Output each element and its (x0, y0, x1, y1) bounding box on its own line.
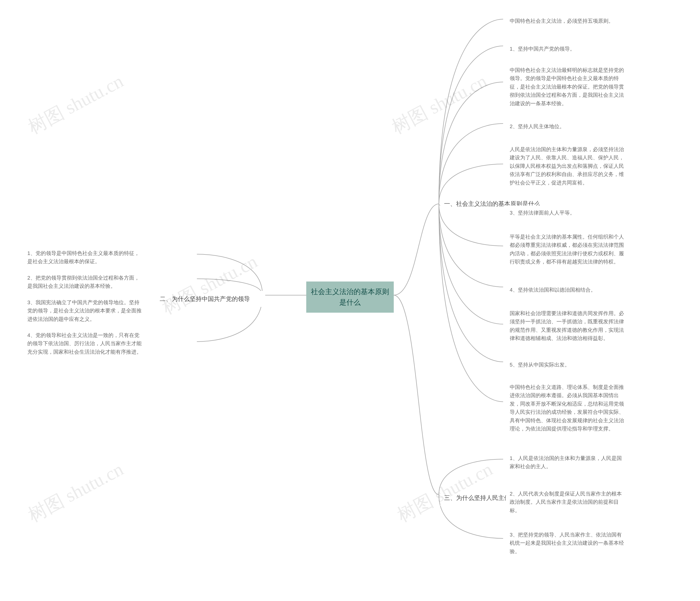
watermark-2: 树图 shutu.cn (388, 69, 491, 140)
section2-item-2[interactable]: 3、我国宪法确立了中国共产党的领导地位。坚持党的领导，是社会主义法治的根本要求，… (24, 295, 147, 326)
section3-item-2[interactable]: 3、把坚持党的领导、人民当家作主、依法治国有机统一起来是我国社会主义法治建设的一… (506, 527, 629, 559)
section1-item-10[interactable]: 中国特色社会主义道路、理论体系、制度是全面推进依法治国的根本遵循。必须从我国基本… (506, 380, 629, 436)
section1-item-8[interactable]: 国家和社会治理需要法律和道德共同发挥作用。必须坚持一手抓法治、一手抓德治，既重视… (506, 306, 629, 346)
section1-item-2[interactable]: 中国特色社会主义法治最鲜明的标志就是坚持党的领导。党的领导是中国特色社会主义最本… (506, 63, 629, 111)
section2-item-0[interactable]: 1、党的领导是中国特色社会主义最本质的特征，是社会主义法治最根本的保证。 (24, 246, 147, 269)
section1-item-3[interactable]: 2、坚持人民主体地位。 (506, 119, 629, 134)
root-title: 社会主义法治的基本原则是什么 (311, 288, 389, 306)
section3-item-1[interactable]: 2、人民代表大会制度是保证人民当家作主的根本政治制度。人民当家作主是依法治国的前… (506, 487, 629, 518)
section1-item-1[interactable]: 1、坚持中国共产党的领导。 (506, 42, 629, 56)
section1-item-7[interactable]: 4、坚持依法治国和以德治国相结合。 (506, 283, 629, 297)
section1-item-4[interactable]: 人民是依法治国的主体和力量源泉，必须坚持法治建设为了人民、依靠人民、造福人民、保… (506, 142, 629, 190)
watermark-3: 树图 shutu.cn (158, 249, 262, 320)
section2-node[interactable]: 二、为什么坚持中国共产党的领导 (156, 291, 265, 307)
root-node[interactable]: 社会主义法治的基本原则是什么 (306, 282, 394, 313)
section1-item-0[interactable]: 中国特色社会主义法治，必须坚持五项原则。 (506, 14, 629, 28)
watermark-1: 树图 shutu.cn (24, 69, 128, 140)
section2-item-3[interactable]: 4、党的领导和社会主义法治是一致的，只有在党的领导下依法治国、厉行法治，人民当家… (24, 328, 147, 359)
watermark-4: 树图 shutu.cn (24, 457, 128, 528)
section1-item-9[interactable]: 5、坚持从中国实际出发。 (506, 358, 629, 372)
section2-title: 二、为什么坚持中国共产党的领导 (160, 295, 250, 302)
section1-item-6[interactable]: 平等是社会主义法律的基本属性。任何组织和个人都必须尊重宪法法律权威，都必须在宪法… (506, 230, 629, 269)
section1-item-5[interactable]: 3、坚持法律面前人人平等。 (506, 206, 629, 220)
section2-item-1[interactable]: 2、把党的领导贯彻到依法治国全过程和各方面，是我国社会主义法治建设的基本经验。 (24, 270, 147, 294)
section3-item-0[interactable]: 1、人民是依法治国的主体和力量源泉，人民是国家和社会的主人。 (506, 451, 629, 474)
